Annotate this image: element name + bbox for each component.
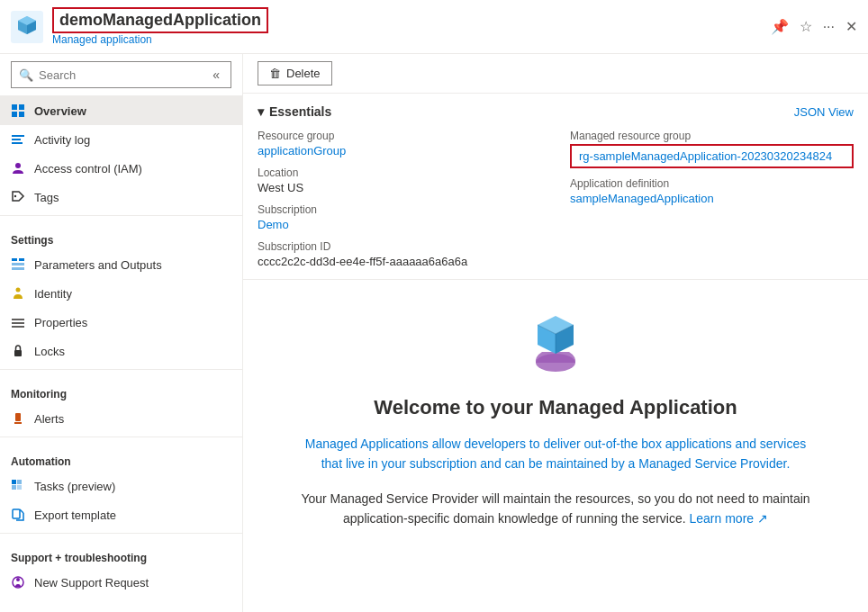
svg-rect-6 [19, 104, 24, 110]
external-link-icon: ↗ [757, 511, 768, 526]
svg-rect-9 [12, 135, 24, 137]
close-icon[interactable]: ✕ [845, 18, 857, 35]
divider-support [0, 533, 242, 534]
svg-point-12 [15, 163, 21, 168]
svg-rect-15 [19, 258, 24, 261]
support-section-label: Support + troubleshooting [0, 541, 242, 568]
favorite-icon[interactable]: ☆ [800, 18, 812, 35]
automation-section-label: Automation [0, 445, 242, 472]
learn-more-link[interactable]: Learn more ↗ [689, 511, 767, 526]
svg-point-18 [16, 288, 21, 292]
locks-icon [11, 344, 25, 358]
divider-monitoring [0, 369, 242, 370]
sidebar-item-tags-label: Tags [34, 191, 59, 204]
welcome-description-1: Managed Applications allow developers to… [297, 434, 814, 474]
sidebar-item-parameters-outputs[interactable]: Parameters and Outputs [0, 250, 242, 279]
sidebar-item-tasks-preview[interactable]: Tasks (preview) [0, 472, 242, 500]
content-area: 🗑 Delete ▾ Essentials JSON View Resource… [243, 54, 868, 612]
managed-rg-link[interactable]: rg-sampleManagedApplication-202303202348… [579, 149, 832, 163]
sidebar-item-activity-log[interactable]: Activity log [0, 125, 242, 154]
svg-rect-5 [12, 104, 17, 110]
essentials-header: ▾ Essentials JSON View [258, 104, 854, 119]
svg-rect-27 [12, 485, 16, 490]
app-title: demoManagedApplication [59, 11, 261, 30]
app-subtitle: Managed application [52, 33, 771, 46]
essentials-grid: Resource group applicationGroup Location… [258, 130, 854, 268]
parameters-icon [11, 257, 25, 272]
resource-group-link[interactable]: applicationGroup [258, 144, 346, 158]
more-icon[interactable]: ··· [823, 19, 835, 35]
sidebar-item-locks[interactable]: Locks [0, 337, 242, 365]
monitoring-section-label: Monitoring [0, 377, 242, 404]
svg-rect-17 [12, 267, 24, 270]
sidebar-search-container: 🔍 « [0, 54, 242, 96]
sidebar-item-export-template[interactable]: Export template [0, 500, 242, 529]
sidebar-item-tags[interactable]: Tags [0, 183, 242, 212]
sidebar-item-new-support-request[interactable]: New Support Request [0, 568, 242, 597]
app-definition-link[interactable]: sampleManagedApplication [570, 192, 714, 205]
svg-rect-24 [14, 422, 22, 424]
collapse-button[interactable]: « [209, 66, 223, 84]
svg-point-31 [16, 578, 20, 581]
sidebar-item-alerts[interactable]: Alerts [0, 404, 242, 433]
svg-rect-19 [12, 319, 24, 320]
main-layout: 🔍 « Overview Activity log Access control [0, 54, 868, 612]
svg-rect-25 [12, 480, 16, 484]
pin-icon[interactable]: 📌 [771, 18, 789, 35]
svg-rect-7 [12, 112, 17, 117]
subscription-link[interactable]: Demo [258, 218, 289, 231]
svg-rect-22 [14, 350, 22, 356]
svg-rect-11 [12, 142, 23, 144]
app-icon [11, 11, 43, 43]
essentials-collapse-icon[interactable]: ▾ [258, 104, 264, 119]
svg-rect-16 [12, 263, 24, 266]
access-control-icon [11, 161, 25, 176]
svg-rect-8 [19, 112, 24, 117]
app-definition-item: Application definition sampleManagedAppl… [570, 177, 854, 205]
search-icon: 🔍 [19, 68, 33, 82]
essentials-title: ▾ Essentials [258, 104, 331, 119]
activity-log-icon [11, 132, 25, 147]
sidebar-item-support-label: New Support Request [34, 576, 149, 590]
search-input[interactable] [39, 68, 203, 82]
welcome-section: Welcome to your Managed Application Mana… [243, 280, 868, 562]
svg-rect-21 [12, 326, 24, 328]
managed-rg-item: Managed resource group rg-sampleManagedA… [570, 130, 854, 168]
location-item: Location West US [258, 166, 541, 194]
sidebar-item-access-control[interactable]: Access control (IAM) [0, 154, 242, 183]
sidebar-item-alerts-label: Alerts [34, 412, 64, 426]
sidebar: 🔍 « Overview Activity log Access control [0, 54, 243, 612]
sidebar-item-identity[interactable]: Identity [0, 279, 242, 308]
sidebar-item-properties[interactable]: Properties [0, 308, 242, 337]
sidebar-item-overview[interactable]: Overview [0, 96, 242, 125]
sidebar-item-access-control-label: Access control (IAM) [34, 162, 142, 176]
properties-icon [11, 315, 25, 329]
essentials-section: ▾ Essentials JSON View Resource group ap… [243, 94, 868, 280]
essentials-col-left: Resource group applicationGroup Location… [258, 130, 541, 268]
sidebar-item-overview-label: Overview [34, 104, 86, 118]
title-group: demoManagedApplication Managed applicati… [52, 7, 771, 46]
divider-settings [0, 215, 242, 216]
settings-section-label: Settings [0, 223, 242, 250]
svg-rect-26 [17, 480, 22, 484]
svg-rect-20 [12, 322, 24, 324]
json-view-link[interactable]: JSON View [794, 105, 854, 119]
svg-rect-14 [12, 258, 17, 261]
content-toolbar: 🗑 Delete [243, 54, 868, 94]
essentials-col-right: Managed resource group rg-sampleManagedA… [570, 130, 854, 268]
sidebar-item-activity-log-label: Activity log [34, 133, 90, 147]
top-bar: demoManagedApplication Managed applicati… [0, 0, 868, 54]
svg-rect-29 [13, 509, 20, 518]
resource-group-item: Resource group applicationGroup [258, 130, 541, 158]
top-bar-actions: 📌 ☆ ··· ✕ [771, 18, 857, 35]
delete-button[interactable]: 🗑 Delete [258, 61, 332, 86]
tags-icon [11, 190, 25, 204]
search-box: 🔍 « [11, 61, 231, 88]
overview-icon [11, 104, 25, 118]
alerts-icon [11, 411, 25, 426]
divider-automation [0, 436, 242, 437]
support-icon [11, 575, 25, 590]
sidebar-item-tasks-label: Tasks (preview) [34, 480, 115, 493]
sidebar-item-export-template-label: Export template [34, 508, 116, 522]
tasks-icon [11, 479, 25, 493]
